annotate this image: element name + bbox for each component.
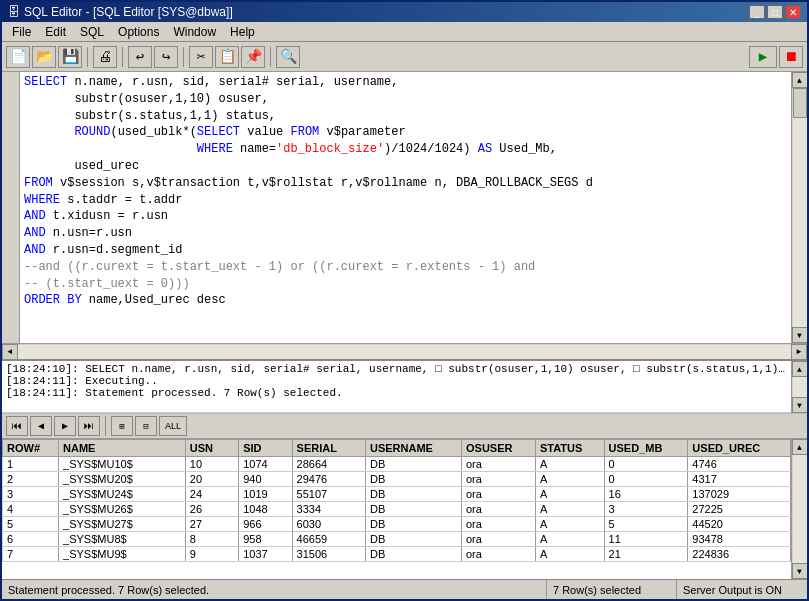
editor-content[interactable]: SELECT n.name, r.usn, sid, serial# seria… <box>20 72 791 343</box>
col-name: NAME <box>59 440 186 457</box>
stop-button[interactable]: ⏹ <box>779 46 803 68</box>
fetch-button[interactable]: ⊞ <box>111 416 133 436</box>
results-toolbar-sep <box>105 416 106 436</box>
table-cell: 93478 <box>688 532 791 547</box>
table-cell: 6030 <box>292 517 365 532</box>
editor-scrollbar-v[interactable]: ▲ ▼ <box>791 72 807 343</box>
redo-button[interactable]: ↪ <box>154 46 178 68</box>
results-area: [18:24:10]: SELECT n.name, r.usn, sid, s… <box>2 359 807 579</box>
menu-edit[interactable]: Edit <box>39 24 72 40</box>
results-table-scroll[interactable]: ROW# NAME USN SID SERIAL USERNAME OSUSER… <box>2 439 791 579</box>
status-bar: Statement processed. 7 Row(s) selected. … <box>2 579 807 599</box>
table-cell: 8 <box>185 532 238 547</box>
table-cell: A <box>536 487 605 502</box>
results-scroll-track[interactable] <box>793 455 807 563</box>
editor-row: SELECT n.name, r.usn, sid, serial# seria… <box>2 72 807 343</box>
print-button[interactable]: 🖨 <box>93 46 117 68</box>
fetch-more-button[interactable]: ⊟ <box>135 416 157 436</box>
menu-window[interactable]: Window <box>167 24 222 40</box>
results-scroll-down[interactable]: ▼ <box>792 563 808 579</box>
col-used-urec: USED_UREC <box>688 440 791 457</box>
toolbar: 📄 📂 💾 🖨 ↩ ↪ ✂ 📋 📌 🔍 ▶ ⏹ <box>2 42 807 72</box>
col-serial: SERIAL <box>292 440 365 457</box>
next-row-button[interactable]: ▶ <box>54 416 76 436</box>
log-scrollbar-v[interactable]: ▲ ▼ <box>791 361 807 413</box>
editor-scrollbar-h[interactable]: ◄ ► <box>2 343 807 359</box>
inner-window: File Edit SQL Options Window Help 📄 📂 💾 … <box>2 22 807 599</box>
table-cell: 1 <box>3 457 59 472</box>
menu-help[interactable]: Help <box>224 24 261 40</box>
paste-button[interactable]: 📌 <box>241 46 265 68</box>
table-cell: _SYS$MU24$ <box>59 487 186 502</box>
table-cell: _SYS$MU9$ <box>59 547 186 562</box>
main-window: 🗄 SQL Editor - [SQL Editor [SYS@dbwa]] _… <box>0 0 809 601</box>
scroll-h-track[interactable] <box>18 345 791 359</box>
last-row-button[interactable]: ⏭ <box>78 416 100 436</box>
log-scroll-track[interactable] <box>793 377 807 397</box>
menu-sql[interactable]: SQL <box>74 24 110 40</box>
find-button[interactable]: 🔍 <box>276 46 300 68</box>
table-cell: 5 <box>3 517 59 532</box>
copy-button[interactable]: 📋 <box>215 46 239 68</box>
table-cell: ora <box>461 532 535 547</box>
table-cell: 137029 <box>688 487 791 502</box>
table-cell: 5 <box>604 517 688 532</box>
results-scroll-up[interactable]: ▲ <box>792 439 808 455</box>
table-cell: 1019 <box>239 487 292 502</box>
log-scroll-up[interactable]: ▲ <box>792 361 808 377</box>
log-scroll-down[interactable]: ▼ <box>792 397 808 413</box>
table-cell: 6 <box>3 532 59 547</box>
scroll-thumb[interactable] <box>793 88 807 118</box>
first-row-button[interactable]: ⏮ <box>6 416 28 436</box>
menu-options[interactable]: Options <box>112 24 165 40</box>
table-cell: DB <box>365 517 461 532</box>
table-cell: _SYS$MU27$ <box>59 517 186 532</box>
table-cell: DB <box>365 457 461 472</box>
col-status: STATUS <box>536 440 605 457</box>
table-cell: 21 <box>604 547 688 562</box>
col-usn: USN <box>185 440 238 457</box>
table-cell: ora <box>461 502 535 517</box>
open-button[interactable]: 📂 <box>32 46 56 68</box>
status-rows: 7 Row(s) selected <box>553 584 641 596</box>
table-cell: A <box>536 502 605 517</box>
minimize-button[interactable]: _ <box>749 5 765 19</box>
close-button[interactable]: ✕ <box>785 5 801 19</box>
table-row: 2_SYS$MU20$2094029476DBoraA04317 <box>3 472 791 487</box>
fetch-all-button[interactable]: ALL <box>159 416 187 436</box>
editor-pane[interactable]: SELECT n.name, r.usn, sid, serial# seria… <box>20 72 791 343</box>
prev-row-button[interactable]: ◀ <box>30 416 52 436</box>
new-button[interactable]: 📄 <box>6 46 30 68</box>
table-cell: 4 <box>3 502 59 517</box>
undo-button[interactable]: ↩ <box>128 46 152 68</box>
table-cell: 27225 <box>688 502 791 517</box>
menu-file[interactable]: File <box>6 24 37 40</box>
scroll-right-button[interactable]: ► <box>791 344 807 360</box>
results-scrollbar-v[interactable]: ▲ ▼ <box>791 439 807 579</box>
table-cell: 55107 <box>292 487 365 502</box>
table-cell: 1048 <box>239 502 292 517</box>
table-cell: _SYS$MU8$ <box>59 532 186 547</box>
status-server-output: Server Output is ON <box>683 584 782 596</box>
table-cell: 29476 <box>292 472 365 487</box>
results-table-container: ROW# NAME USN SID SERIAL USERNAME OSUSER… <box>2 439 807 579</box>
toolbar-separator-3 <box>183 47 184 67</box>
table-cell: _SYS$MU26$ <box>59 502 186 517</box>
scroll-left-button[interactable]: ◄ <box>2 344 18 360</box>
table-row: 5_SYS$MU27$279666030DBoraA544520 <box>3 517 791 532</box>
cut-button[interactable]: ✂ <box>189 46 213 68</box>
table-cell: A <box>536 547 605 562</box>
save-button[interactable]: 💾 <box>58 46 82 68</box>
toolbar-separator-2 <box>122 47 123 67</box>
run-button[interactable]: ▶ <box>749 46 777 68</box>
scroll-up-button[interactable]: ▲ <box>792 72 808 88</box>
maximize-button[interactable]: □ <box>767 5 783 19</box>
status-middle: 7 Row(s) selected <box>547 580 677 599</box>
toolbar-separator-1 <box>87 47 88 67</box>
table-cell: 16 <box>604 487 688 502</box>
line-numbers <box>2 72 20 343</box>
table-cell: 20 <box>185 472 238 487</box>
scroll-track[interactable] <box>793 88 807 327</box>
scroll-down-button[interactable]: ▼ <box>792 327 808 343</box>
table-cell: 0 <box>604 457 688 472</box>
